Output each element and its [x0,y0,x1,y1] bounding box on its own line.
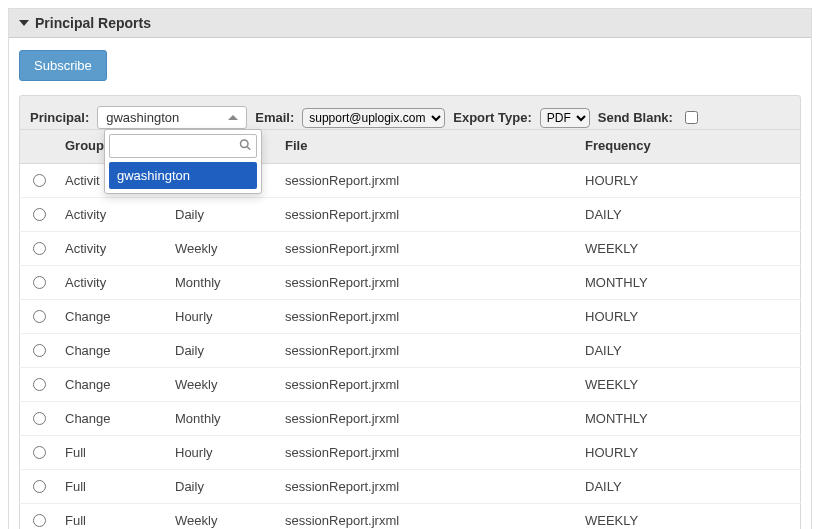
row-file: sessionReport.jrxml [277,198,577,232]
row-radio[interactable] [33,310,46,323]
email-label: Email: [255,110,294,125]
row-period: Monthly [167,402,277,436]
row-group: Change [57,334,167,368]
row-frequency: DAILY [577,470,801,504]
row-group: Activity [57,232,167,266]
row-period: Monthly [167,266,277,300]
row-file: sessionReport.jrxml [277,368,577,402]
export-type-select[interactable]: PDF [540,108,590,128]
row-frequency: DAILY [577,198,801,232]
row-radio[interactable] [33,174,46,187]
principal-combo[interactable]: gwashington [97,106,247,129]
send-blank-checkbox[interactable] [685,111,698,124]
row-group: Change [57,300,167,334]
row-frequency: WEEKLY [577,368,801,402]
row-frequency: HOURLY [577,164,801,198]
row-period: Hourly [167,436,277,470]
row-radio[interactable] [33,412,46,425]
row-file: sessionReport.jrxml [277,232,577,266]
table-row: FullDailysessionReport.jrxmlDAILY [20,470,801,504]
row-frequency: WEEKLY [577,504,801,530]
table-row: ChangeMonthlysessionReport.jrxmlMONTHLY [20,402,801,436]
export-type-label: Export Type: [453,110,532,125]
row-frequency: HOURLY [577,436,801,470]
row-period: Daily [167,470,277,504]
row-file: sessionReport.jrxml [277,504,577,530]
table-row: ChangeWeeklysessionReport.jrxmlWEEKLY [20,368,801,402]
row-period: Hourly [167,300,277,334]
row-file: sessionReport.jrxml [277,266,577,300]
table-row: ChangeHourlysessionReport.jrxmlHOURLY [20,300,801,334]
filter-bar: Principal: gwashington gwashington [19,95,801,130]
row-radio[interactable] [33,480,46,493]
row-file: sessionReport.jrxml [277,436,577,470]
row-group: Full [57,436,167,470]
panel-title: Principal Reports [35,15,151,31]
row-period: Weekly [167,504,277,530]
table-row: ActivityWeeklysessionReport.jrxmlWEEKLY [20,232,801,266]
row-file: sessionReport.jrxml [277,164,577,198]
table-row: FullHourlysessionReport.jrxmlHOURLY [20,436,801,470]
principal-search-wrap [109,134,257,158]
row-file: sessionReport.jrxml [277,300,577,334]
principal-option[interactable]: gwashington [109,162,257,189]
panel-body: Subscribe Principal: gwashington [9,38,811,529]
row-group: Change [57,402,167,436]
row-group: Activity [57,266,167,300]
principal-search-input[interactable] [109,134,257,158]
row-frequency: WEEKLY [577,232,801,266]
collapse-caret-icon [19,20,29,26]
subscribe-button[interactable]: Subscribe [19,50,107,81]
table-header-file: File [277,130,577,164]
row-period: Weekly [167,232,277,266]
row-frequency: DAILY [577,334,801,368]
row-group: Full [57,470,167,504]
row-radio[interactable] [33,208,46,221]
row-group: Change [57,368,167,402]
panel-header[interactable]: Principal Reports [9,9,811,38]
row-file: sessionReport.jrxml [277,334,577,368]
principal-combo-value: gwashington [106,110,179,125]
row-period: Daily [167,334,277,368]
principal-reports-panel: Principal Reports Subscribe Principal: g… [8,8,812,529]
row-radio[interactable] [33,514,46,527]
table-header-frequency: Frequency [577,130,801,164]
row-radio[interactable] [33,276,46,289]
principal-label: Principal: [30,110,89,125]
row-frequency: HOURLY [577,300,801,334]
principal-dropdown: gwashington [104,129,262,194]
row-radio[interactable] [33,378,46,391]
row-frequency: MONTHLY [577,266,801,300]
table-header-radio [20,130,58,164]
row-radio[interactable] [33,446,46,459]
row-file: sessionReport.jrxml [277,402,577,436]
row-period: Weekly [167,368,277,402]
table-row: FullWeeklysessionReport.jrxmlWEEKLY [20,504,801,530]
chevron-up-icon [228,115,238,120]
email-select[interactable]: support@uplogix.com [302,108,445,128]
table-row: ActivityMonthlysessionReport.jrxmlMONTHL… [20,266,801,300]
row-frequency: MONTHLY [577,402,801,436]
row-file: sessionReport.jrxml [277,470,577,504]
send-blank-label: Send Blank: [598,110,673,125]
row-group: Full [57,504,167,530]
row-period: Daily [167,198,277,232]
table-row: ChangeDailysessionReport.jrxmlDAILY [20,334,801,368]
row-radio[interactable] [33,242,46,255]
row-radio[interactable] [33,344,46,357]
table-row: ActivityDailysessionReport.jrxmlDAILY [20,198,801,232]
row-group: Activity [57,198,167,232]
